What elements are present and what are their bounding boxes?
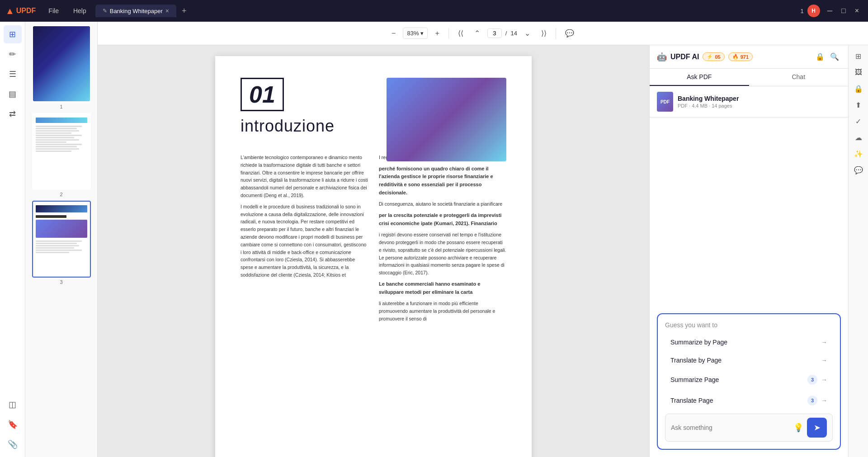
page-number-display: 01 [241, 78, 284, 111]
zoom-level: 83% [407, 30, 419, 37]
new-tab-btn[interactable]: + [182, 6, 187, 16]
file-type-icon: PDF [657, 92, 673, 112]
col2-para2-bold: per la crescita potenziale e proteggerli… [379, 212, 506, 227]
translate-by-page-label: Translate by Page [670, 357, 722, 364]
page-separator: / [505, 30, 507, 37]
chat-right-btn[interactable]: 💬 [851, 163, 866, 177]
guess-item-summarize-page[interactable]: Summarize Page 3 → [665, 370, 833, 389]
document-tab[interactable]: ✎ Banking Whitepaper × [95, 5, 176, 17]
ai-panel-title: UPDF AI [670, 53, 699, 61]
guess-title: Guess you want to [665, 321, 833, 329]
ai-badge2: 🔥 971 [728, 52, 753, 61]
col2-para1-bold: perché forniscono un quadro chiaro di co… [379, 165, 506, 197]
tab-close-btn[interactable]: × [165, 7, 169, 14]
tab-label: Banking Whitepaper [110, 8, 163, 14]
guess-panel: Guess you want to Summarize by Page → Tr… [657, 313, 841, 450]
ai-panel: 🤖 UPDF AI ⚡ 05 🔥 971 🔒 🔍 [649, 45, 848, 457]
share-btn[interactable]: ⬆ [851, 98, 866, 112]
first-page-btn[interactable]: ⟨⟨ [454, 27, 467, 39]
page-count-display: 1 [800, 8, 803, 14]
lightbulb-btn[interactable]: 💡 [793, 423, 803, 433]
col2-para5: li aiuterebbe a funzionare in modo più e… [379, 300, 506, 322]
ai-content: Guess you want to Summarize by Page → Tr… [650, 118, 848, 457]
updf-logo-icon: ▲ [5, 6, 14, 16]
guess-item-translate-by-page[interactable]: Translate by Page → [665, 352, 833, 368]
pdf-page: 01 introduzione L'ambiente tecnologico c… [215, 56, 532, 457]
next-page-btn[interactable]: ⌄ [521, 27, 534, 39]
title-bar: ▲ UPDF File Help ✎ Banking Whitepaper × … [0, 0, 868, 22]
app-name: UPDF [16, 7, 36, 15]
help-menu-btn[interactable]: Help [68, 5, 92, 16]
close-btn[interactable]: × [851, 5, 863, 17]
tab-chat[interactable]: Chat [749, 69, 849, 86]
col1-para2: I modelli e le procedure di business tra… [241, 203, 368, 279]
sidebar-item-grid[interactable]: ⊞ [4, 25, 22, 43]
page-nav: 3 / 14 [487, 28, 517, 38]
main-layout: ⊞ ✏ ☰ ▤ ⇄ ◫ 🔖 📎 1 [0, 22, 868, 457]
thumbnail-1[interactable]: 1 [29, 25, 94, 109]
lock-btn[interactable]: 🔒 [851, 81, 866, 96]
guess-item-right-1: → [821, 339, 827, 346]
badge-count2: 971 [741, 54, 749, 60]
badge-count1: 05 [715, 54, 720, 60]
summarize-page-label: Summarize Page [670, 376, 719, 383]
col2-para2: Di conseguenza, aiutano le società finan… [379, 200, 506, 208]
search-header-icon[interactable]: 🔍 [828, 51, 841, 63]
zoom-out-btn[interactable]: − [388, 28, 399, 39]
maximize-btn[interactable]: □ [838, 5, 849, 17]
lock-header-icon[interactable]: 🔒 [814, 51, 826, 63]
title-bar-right: 1 H ─ □ × [800, 5, 863, 17]
prev-page-btn[interactable]: ⌃ [471, 27, 484, 39]
page-number-input[interactable]: 3 [487, 28, 502, 38]
thumb-img-1 [32, 25, 91, 102]
sidebar-item-layout[interactable]: ▤ [4, 85, 22, 103]
sidebar-item-layers[interactable]: ◫ [4, 396, 22, 414]
sidebar-item-convert[interactable]: ⇄ [4, 105, 22, 123]
ai-tabs: Ask PDF Chat [650, 69, 848, 86]
thumbnail-panel: 1 2 [25, 22, 98, 457]
send-btn[interactable]: ➤ [807, 418, 827, 438]
file-name: Banking Whitepaper [678, 95, 739, 102]
left-sidebar: ⊞ ✏ ☰ ▤ ⇄ ◫ 🔖 📎 [0, 22, 25, 457]
edit-tab-icon: ✎ [103, 8, 107, 14]
arrow-icon-4: → [821, 397, 827, 404]
zoom-in-btn[interactable]: + [431, 28, 443, 39]
col2-para3: i registri devono essere conservati nel … [379, 231, 506, 277]
last-page-btn[interactable]: ⟩⟩ [538, 27, 550, 39]
file-menu-btn[interactable]: File [43, 5, 64, 16]
magic-btn[interactable]: ✨ [851, 146, 866, 161]
ocr-btn[interactable]: ⊞ [851, 49, 866, 63]
guess-item-right-4: 3 → [807, 396, 827, 405]
check-btn[interactable]: ✓ [851, 114, 866, 128]
tab-ask-pdf[interactable]: Ask PDF [650, 69, 749, 86]
translate-page-badge: 3 [807, 396, 817, 405]
zoom-display[interactable]: 83% ▾ [403, 28, 428, 39]
right-icon-bar: ⊞ 🖼 🔒 ⬆ ✓ ☁ ✨ 💬 [848, 45, 868, 457]
thumbnail-3[interactable]: 3 [29, 201, 94, 285]
cloud-btn[interactable]: ☁ [851, 130, 866, 145]
user-avatar[interactable]: H [807, 5, 820, 17]
summarize-page-badge: 3 [807, 375, 817, 385]
ask-input-row: 💡 ➤ [665, 414, 833, 442]
image-extract-btn[interactable]: 🖼 [851, 65, 866, 80]
sidebar-item-attachment[interactable]: 📎 [4, 435, 22, 453]
guess-item-right-3: 3 → [807, 375, 827, 385]
ai-panel-header: 🤖 UPDF AI ⚡ 05 🔥 971 🔒 🔍 [650, 45, 848, 69]
sidebar-item-list[interactable]: ☰ [4, 65, 22, 83]
thumbnail-2[interactable]: 2 [29, 113, 94, 197]
sidebar-item-edit[interactable]: ✏ [4, 45, 22, 63]
minimize-btn[interactable]: ─ [824, 5, 836, 17]
col2-para4-bold: Le banche commerciali hanno esaminato e … [379, 280, 506, 296]
file-details: Banking Whitepaper PDF · 4.4 MB · 14 pag… [678, 95, 739, 108]
pdf-viewer[interactable]: 01 introduzione L'ambiente tecnologico c… [98, 45, 649, 457]
ask-input[interactable] [671, 424, 790, 431]
col-right: I registri finanziari sono fondamentali … [379, 154, 506, 326]
file-info: PDF Banking Whitepaper PDF · 4.4 MB · 14… [650, 86, 848, 118]
guess-item-translate-page[interactable]: Translate Page 3 → [665, 391, 833, 410]
content-area: 01 introduzione L'ambiente tecnologico c… [98, 45, 868, 457]
send-icon: ➤ [814, 423, 821, 433]
arrow-icon-3: → [821, 376, 827, 383]
guess-item-summarize-by-page[interactable]: Summarize by Page → [665, 334, 833, 350]
comment-btn[interactable]: 💬 [561, 27, 578, 39]
sidebar-item-bookmark[interactable]: 🔖 [4, 415, 22, 433]
